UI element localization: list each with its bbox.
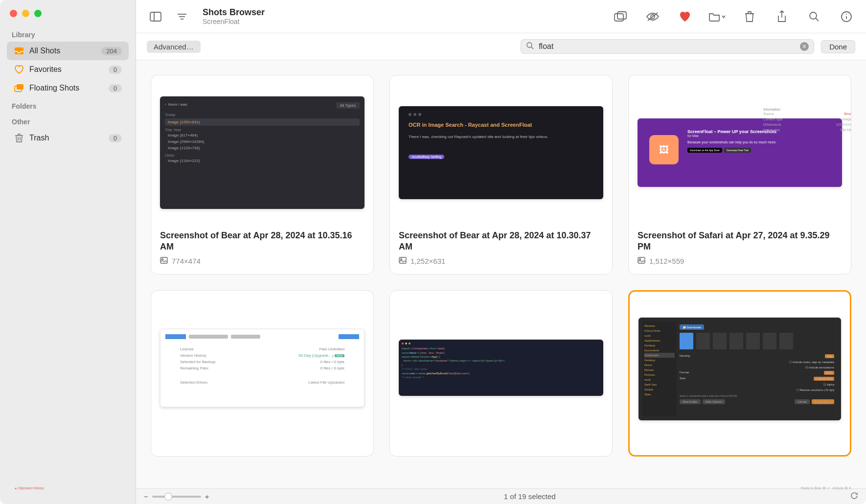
shots-grid-area: ‹ there i wasAll Types Today Image (1252… — [136, 60, 866, 488]
search-row: Advanced… ✕ Done — [136, 33, 866, 60]
image-icon — [399, 257, 407, 265]
sidebar-item-label: Favorites — [29, 65, 62, 74]
sidebar-item-label: Trash — [29, 134, 49, 142]
zoom-slider[interactable] — [152, 496, 201, 498]
svg-point-17 — [527, 43, 532, 47]
chevron-down-icon — [721, 15, 726, 19]
shot-card[interactable]: import { Component } from 'react'; const… — [389, 290, 613, 457]
trash-icon — [14, 133, 24, 143]
svg-rect-21 — [399, 257, 406, 263]
svg-rect-0 — [15, 47, 23, 54]
search-button[interactable] — [805, 8, 823, 25]
sidebar-badge: 204 — [101, 47, 122, 55]
layers-icon — [14, 83, 24, 93]
zoom-out-button[interactable]: − — [144, 492, 148, 501]
svg-rect-9 — [617, 12, 626, 19]
svg-rect-8 — [615, 14, 623, 21]
shots-grid: ‹ there i wasAll Types Today Image (1252… — [151, 75, 851, 457]
zoom-window-button[interactable] — [34, 10, 42, 17]
visibility-button[interactable] — [644, 8, 661, 25]
shot-card-selected[interactable]: Recents iCloud Drive scott Applications … — [628, 290, 851, 457]
sidebar-badge: 0 — [109, 66, 122, 74]
refresh-button[interactable] — [850, 492, 858, 501]
shot-thumbnail: ‹ there i wasAll Types Today Image (1252… — [160, 84, 365, 221]
shot-meta: 1,252×631 — [399, 257, 603, 265]
shot-thumbnail: OCR in Image Search - Raycast and Screen… — [399, 84, 603, 221]
toggle-sidebar-button[interactable] — [147, 8, 164, 25]
shot-meta: 774×474 — [160, 257, 365, 265]
shot-thumbnail: import { Component } from 'react'; const… — [399, 299, 603, 436]
sidebar-item-label: Floating Shots — [29, 84, 79, 92]
share-button[interactable] — [773, 8, 791, 25]
zoom-control: − + — [144, 492, 209, 501]
shot-thumbnail: Recents iCloud Drive scott Applications … — [638, 300, 841, 437]
zoom-in-button[interactable]: + — [205, 492, 209, 501]
shot-dimensions: 1,512×559 — [649, 257, 684, 265]
title-block: Shots Browser ScreenFloat — [203, 7, 265, 25]
svg-point-12 — [810, 12, 817, 19]
svg-rect-3 — [150, 12, 161, 21]
close-window-button[interactable] — [10, 10, 17, 17]
clear-search-button[interactable]: ✕ — [800, 42, 809, 51]
zoom-slider-handle[interactable] — [164, 493, 172, 501]
shot-thumbnail: LicensePaid Unlimited Version History30-… — [160, 299, 365, 436]
sidebar-item-trash[interactable]: Trash 0 — [7, 129, 129, 147]
window-subtitle: ScreenFloat — [203, 18, 265, 25]
shot-card[interactable]: OCR in Image Search - Raycast and Screen… — [389, 75, 613, 275]
sidebar-badge: 0 — [109, 84, 122, 92]
titlebar: Shots Browser ScreenFloat — [136, 0, 866, 33]
sidebar-item-label: All Shots — [29, 46, 60, 55]
svg-point-16 — [846, 14, 847, 15]
filter-button[interactable] — [173, 8, 191, 25]
shot-dimensions: 774×474 — [172, 257, 201, 265]
sidebar-item-floating-shots[interactable]: Floating Shots 0 — [7, 79, 129, 97]
tray-icon — [14, 46, 24, 56]
minimize-window-button[interactable] — [22, 10, 29, 17]
sidebar-item-favorites[interactable]: Favorites 0 — [7, 60, 129, 79]
sidebar-section-other: Other — [0, 113, 136, 129]
sidebar-item-all-shots[interactable]: All Shots 204 — [7, 42, 129, 60]
info-button[interactable] — [838, 8, 855, 25]
window-controls — [0, 5, 136, 26]
shot-thumbnail: 🖼 ScreenFloat – Power UP your Screenshot… — [638, 84, 842, 221]
shot-card[interactable]: ‹ there i wasAll Types Today Image (1252… — [151, 75, 374, 275]
shot-meta: 1,512×559 — [638, 257, 842, 265]
search-icon — [526, 42, 534, 51]
svg-rect-2 — [17, 84, 23, 90]
svg-line-13 — [816, 18, 819, 21]
heart-icon — [14, 64, 24, 75]
window-title: Shots Browser — [203, 7, 265, 18]
shot-title: Screenshot of Bear at Apr 28, 2024 at 10… — [399, 230, 603, 253]
shot-title: Screenshot of Bear at Apr 28, 2024 at 10… — [160, 230, 365, 253]
advanced-search-button[interactable]: Advanced… — [147, 41, 201, 53]
delete-button[interactable] — [741, 8, 758, 25]
shot-card[interactable]: 🖼 ScreenFloat – Power UP your Screenshot… — [628, 75, 851, 275]
svg-line-18 — [531, 47, 533, 49]
done-button[interactable]: Done — [821, 40, 855, 53]
image-icon — [638, 257, 645, 265]
footer: − + 1 of 19 selected — [136, 488, 866, 504]
sidebar-badge: 0 — [109, 134, 122, 142]
sidebar-section-folders: Folders — [0, 97, 136, 113]
shot-card[interactable]: LicensePaid Unlimited Version History30-… — [151, 290, 374, 457]
shot-title: Screenshot of Safari at Apr 27, 2024 at … — [638, 230, 842, 253]
shot-dimensions: 1,252×631 — [410, 257, 445, 265]
main-area: Shots Browser ScreenFloat — [136, 0, 866, 504]
search-input[interactable] — [539, 42, 795, 51]
folder-dropdown-button[interactable] — [708, 8, 726, 25]
float-button[interactable] — [612, 8, 629, 25]
selection-status: 1 of 19 selected — [209, 492, 850, 501]
image-icon — [160, 257, 168, 265]
svg-rect-19 — [160, 257, 167, 263]
svg-rect-23 — [638, 257, 645, 263]
favorite-button[interactable] — [676, 8, 694, 25]
sidebar: Library All Shots 204 Favorites 0 Floati… — [0, 0, 136, 504]
sidebar-section-library: Library — [0, 26, 136, 42]
search-field[interactable]: ✕ — [521, 39, 814, 54]
toolbar-right — [612, 8, 855, 25]
